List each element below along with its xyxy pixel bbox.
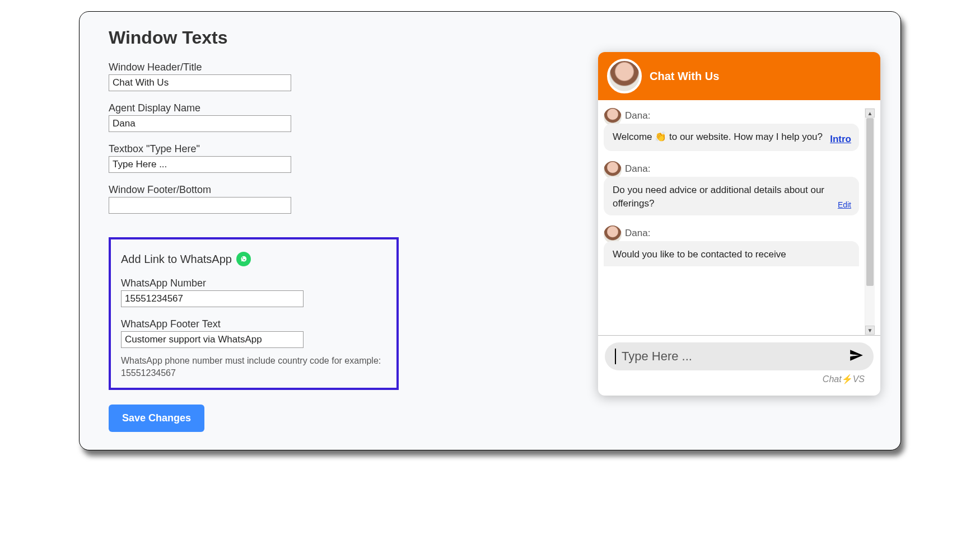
chat-message-bubble: Welcome 👏 to our website. How may I help… xyxy=(604,124,859,151)
field-window-footer: Window Footer/Bottom xyxy=(109,184,572,214)
chat-header-title: Chat With Us xyxy=(650,70,719,83)
chat-input[interactable]: Type Here ... xyxy=(605,342,874,370)
chat-brand: Chat⚡VS xyxy=(605,370,874,391)
chat-message-author: Dana: xyxy=(625,110,859,121)
chat-input-bar: Type Here ... Chat⚡VS xyxy=(598,335,880,396)
agent-avatar xyxy=(607,59,642,93)
text-cursor xyxy=(615,349,616,364)
chat-scrollbar[interactable]: ▲ ▼ xyxy=(865,108,875,335)
chat-message-author: Dana: xyxy=(625,163,859,175)
whatsapp-section: Add Link to WhatsApp WhatsApp Number Wha… xyxy=(109,237,399,390)
field-agent-name: Agent Display Name xyxy=(109,102,572,132)
textbox-placeholder-input[interactable] xyxy=(109,156,291,173)
chat-message-bubble: Would you like to be contacted to receiv… xyxy=(604,241,859,266)
window-footer-input[interactable] xyxy=(109,197,291,214)
whatsapp-number-label: WhatsApp Number xyxy=(121,278,386,289)
whatsapp-footer-text-label: WhatsApp Footer Text xyxy=(121,318,386,330)
whatsapp-footer-text-input[interactable] xyxy=(121,331,304,348)
field-textbox-placeholder: Textbox "Type Here" xyxy=(109,143,572,173)
field-whatsapp-number: WhatsApp Number xyxy=(121,278,386,307)
chat-message-col: Dana: Welcome 👏 to our website. How may … xyxy=(625,108,859,151)
field-window-header: Window Header/Title xyxy=(109,62,572,91)
chat-message-text: Would you like to be contacted to receiv… xyxy=(613,249,786,260)
chat-message: Dana: Would you like to be contacted to … xyxy=(604,225,859,266)
chat-message-text: Welcome 👏 to our website. How may I help… xyxy=(613,131,823,142)
chat-message-text: Do you need advice or additional details… xyxy=(613,185,824,209)
chat-message-col: Dana: Do you need advice or additional d… xyxy=(625,161,859,215)
whatsapp-heading-row: Add Link to WhatsApp xyxy=(121,252,386,266)
whatsapp-number-input[interactable] xyxy=(121,290,304,307)
scroll-up-icon[interactable]: ▲ xyxy=(865,109,875,117)
chat-brand-suffix: VS xyxy=(853,374,865,384)
chat-body: Dana: Welcome 👏 to our website. How may … xyxy=(598,100,880,335)
form-panel: Window Texts Window Header/Title Agent D… xyxy=(80,12,572,450)
chat-brand-prefix: Chat xyxy=(823,374,842,384)
chat-message-action-link[interactable]: Edit xyxy=(838,199,851,210)
whatsapp-hint: WhatsApp phone number must include count… xyxy=(121,355,386,379)
bolt-icon: ⚡ xyxy=(842,374,853,384)
chat-message: Dana: Do you need advice or additional d… xyxy=(604,161,859,215)
textbox-placeholder-label: Textbox "Type Here" xyxy=(109,143,572,155)
chat-scroll-area: Dana: Welcome 👏 to our website. How may … xyxy=(604,108,862,335)
field-whatsapp-footer-text: WhatsApp Footer Text xyxy=(121,318,386,348)
window-header-label: Window Header/Title xyxy=(109,62,572,73)
page-title: Window Texts xyxy=(109,27,572,48)
chat-header: Chat With Us xyxy=(598,52,880,100)
agent-avatar-small xyxy=(604,161,622,179)
save-button[interactable]: Save Changes xyxy=(109,405,204,432)
send-icon[interactable] xyxy=(849,348,864,365)
scroll-thumb[interactable] xyxy=(866,118,874,286)
chat-message: Dana: Welcome 👏 to our website. How may … xyxy=(604,108,859,151)
chat-message-action-link[interactable]: Intro xyxy=(830,133,851,147)
whatsapp-icon xyxy=(236,252,251,266)
scroll-down-icon[interactable]: ▼ xyxy=(865,326,875,335)
chat-message-author: Dana: xyxy=(625,228,859,239)
chat-message-col: Dana: Would you like to be contacted to … xyxy=(625,225,859,266)
chat-input-placeholder: Type Here ... xyxy=(622,349,843,364)
agent-name-label: Agent Display Name xyxy=(109,102,572,114)
chat-message-bubble: Do you need advice or additional details… xyxy=(604,177,859,215)
window-header-input[interactable] xyxy=(109,74,291,91)
agent-name-input[interactable] xyxy=(109,115,291,132)
settings-panel: Window Texts Window Header/Title Agent D… xyxy=(79,11,901,450)
chat-preview: Chat With Us Dana: Welcome 👏 to our webs… xyxy=(598,52,880,396)
whatsapp-heading: Add Link to WhatsApp xyxy=(121,253,232,266)
window-footer-label: Window Footer/Bottom xyxy=(109,184,572,196)
